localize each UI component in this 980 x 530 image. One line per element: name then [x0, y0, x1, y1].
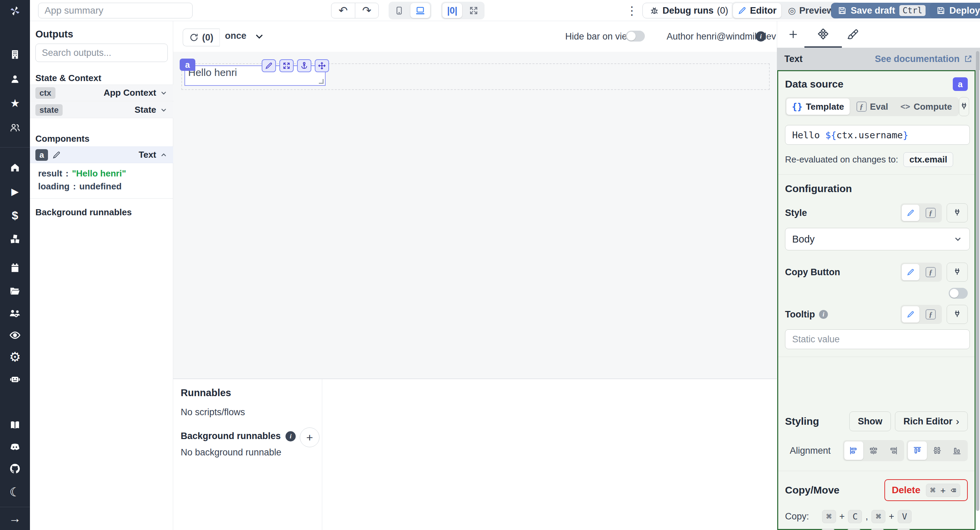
delete-kbd: ⌘ + ⌫: [926, 484, 960, 497]
global-styling-tab[interactable]: [841, 26, 865, 43]
discord-icon[interactable]: [8, 440, 22, 454]
eval-mode-button[interactable]: ƒ: [921, 205, 940, 221]
windmill-logo-icon[interactable]: [8, 4, 22, 18]
star-icon[interactable]: ★: [8, 96, 22, 110]
state-output-row[interactable]: state State: [30, 102, 173, 118]
robot-icon[interactable]: [8, 372, 22, 386]
colon: :: [66, 168, 69, 179]
tab-compute[interactable]: <> Compute: [895, 99, 958, 115]
redo-button[interactable]: ↷: [355, 3, 379, 18]
tab-editor[interactable]: Editor: [733, 3, 781, 18]
moon-icon[interactable]: ☾: [8, 485, 22, 499]
connect-plug-button[interactable]: [959, 97, 969, 116]
dollar-icon[interactable]: $: [8, 208, 22, 222]
app-summary-input[interactable]: [38, 3, 192, 18]
tab-template[interactable]: {} Template: [786, 99, 850, 115]
play-icon[interactable]: ▶: [8, 185, 22, 198]
see-documentation-link[interactable]: See documentation: [875, 54, 972, 64]
resize-handle[interactable]: [319, 79, 324, 84]
state-type-label: State: [134, 105, 156, 115]
tab-eval[interactable]: ƒ Eval: [851, 99, 894, 115]
cubes-icon[interactable]: [8, 232, 22, 246]
chevron-down-icon[interactable]: [159, 89, 168, 97]
loading-row[interactable]: loading:undefined: [38, 181, 121, 192]
info-icon[interactable]: i: [285, 431, 296, 441]
desktop-view-button[interactable]: [410, 3, 430, 18]
gear-icon[interactable]: ⚙: [8, 350, 22, 364]
rich-editor-button[interactable]: Rich Editor ›: [895, 412, 968, 431]
search-outputs-input[interactable]: [35, 44, 168, 62]
data-source-title: Data source: [785, 78, 843, 90]
align-right-button[interactable]: [884, 441, 903, 460]
undo-redo-group: ↶ ↷: [331, 3, 379, 18]
user-group-icon[interactable]: [8, 121, 22, 134]
chevron-down-icon[interactable]: [159, 106, 168, 114]
expand-canvas-icon[interactable]: [464, 3, 483, 18]
background-runnables-title: Background runnables: [181, 431, 281, 441]
refresh-button[interactable]: (0): [183, 29, 220, 46]
delete-component-button[interactable]: Delete ⌘ + ⌫: [885, 479, 968, 501]
expand-component-button[interactable]: [279, 59, 294, 72]
connect-plug-button[interactable]: [947, 203, 968, 222]
calendar-icon[interactable]: [8, 261, 22, 275]
workers-icon[interactable]: [8, 307, 22, 320]
result-row[interactable]: result:"Hello henri": [38, 168, 126, 179]
eye-icon[interactable]: [8, 328, 22, 342]
component-a-row[interactable]: a Text: [30, 147, 173, 163]
show-styling-button[interactable]: Show: [850, 412, 891, 431]
component-id-badge[interactable]: a: [180, 59, 195, 71]
align-middle-button[interactable]: [928, 441, 947, 460]
static-mode-button[interactable]: [902, 205, 920, 221]
style-select[interactable]: Body: [785, 228, 970, 251]
align-top-button[interactable]: [908, 441, 927, 460]
app-canvas[interactable]: a Hello henri: [173, 52, 777, 379]
hide-bar-toggle[interactable]: [626, 31, 645, 42]
tab-preview[interactable]: ◎ Preview: [783, 3, 839, 18]
chevron-up-icon[interactable]: [159, 151, 168, 159]
add-background-runnable-button[interactable]: +: [300, 428, 320, 447]
scrollbar-thumb[interactable]: [976, 51, 979, 511]
move-component-button[interactable]: [315, 59, 329, 72]
tooltip-input[interactable]: [785, 329, 970, 349]
template-input[interactable]: Hello ${ctx.username}: [785, 125, 970, 145]
rename-pencil-icon[interactable]: [52, 150, 61, 160]
fit-width-button[interactable]: |0|: [442, 3, 462, 18]
schedule-select[interactable]: once: [225, 31, 247, 41]
plug-icon: [959, 102, 969, 112]
github-icon[interactable]: [8, 462, 22, 476]
building-icon[interactable]: [8, 48, 22, 61]
connect-plug-button[interactable]: [947, 263, 968, 282]
home-icon[interactable]: [8, 161, 22, 174]
static-mode-button[interactable]: [902, 306, 920, 322]
eval-mode-button[interactable]: ƒ: [921, 264, 940, 280]
deploy-button[interactable]: Deploy: [930, 3, 980, 18]
align-bottom-button[interactable]: [947, 441, 966, 460]
connect-plug-button[interactable]: [947, 305, 968, 324]
anchor-button[interactable]: [297, 59, 311, 72]
copy-button-toggle[interactable]: [949, 288, 968, 299]
user-icon[interactable]: [8, 72, 22, 86]
undo-button[interactable]: ↶: [331, 3, 355, 18]
debug-runs-button[interactable]: Debug runs (0): [643, 3, 735, 18]
arrow-right-icon[interactable]: →: [8, 512, 22, 525]
author-info-icon[interactable]: i: [756, 31, 766, 42]
device-toggle-group: [388, 2, 431, 19]
copy-shortcut-label: Copy:: [785, 511, 809, 522]
background-runnables-title: Background runnables: [35, 207, 132, 218]
folder-icon[interactable]: [8, 284, 22, 298]
static-mode-button[interactable]: [902, 264, 920, 280]
reevaluated-value-badge[interactable]: ctx.email: [904, 152, 953, 167]
component-settings-tab[interactable]: [811, 26, 835, 43]
edit-pencil-button[interactable]: [262, 59, 276, 72]
ctx-output-row[interactable]: ctx App Context: [30, 85, 173, 101]
mobile-view-button[interactable]: [390, 3, 408, 18]
eval-mode-button[interactable]: ƒ: [921, 306, 940, 322]
tooltip-info-icon[interactable]: i: [819, 310, 828, 319]
more-options-button[interactable]: ⋮: [626, 3, 638, 18]
schedule-chevron-icon[interactable]: [254, 31, 264, 42]
book-icon[interactable]: [8, 418, 22, 432]
insert-component-tab[interactable]: [781, 26, 805, 43]
align-center-button[interactable]: [864, 441, 883, 460]
copy-move-title: Copy/Move: [785, 484, 840, 496]
align-left-button[interactable]: [844, 441, 863, 460]
